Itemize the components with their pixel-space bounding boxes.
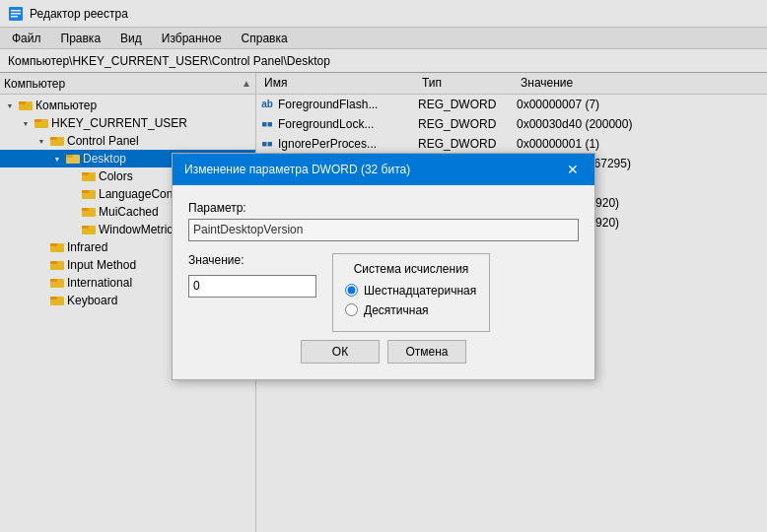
- radio-hex[interactable]: [345, 284, 358, 297]
- dialog-body: Параметр: Значение: Система исчисления Ш…: [173, 185, 594, 379]
- radio-dec[interactable]: [345, 303, 358, 316]
- dialog-buttons: ОК Отмена: [188, 332, 579, 367]
- radio-hex-row[interactable]: Шестнадцатеричная: [345, 284, 477, 298]
- dialog-title-bar: Изменение параметра DWORD (32 бита) ✕: [173, 154, 594, 185]
- value-section: Значение:: [188, 253, 316, 298]
- ok-button[interactable]: ОК: [301, 340, 380, 364]
- radio-dec-row[interactable]: Десятичная: [345, 303, 477, 317]
- dialog-title: Изменение параметра DWORD (32 бита): [184, 163, 410, 176]
- value-input[interactable]: [188, 275, 316, 298]
- numbase-title: Система исчисления: [345, 262, 477, 276]
- dialog-close-button[interactable]: ✕: [563, 160, 583, 179]
- value-label: Значение:: [188, 253, 316, 267]
- param-input[interactable]: [188, 219, 579, 241]
- dialog-dword-edit: Изменение параметра DWORD (32 бита) ✕ Па…: [172, 153, 595, 380]
- radio-hex-label: Шестнадцатеричная: [364, 284, 476, 298]
- dialog-value-numbase-row: Значение: Система исчисления Шестнадцате…: [188, 253, 579, 332]
- dialog-overlay: Изменение параметра DWORD (32 бита) ✕ Па…: [0, 0, 767, 532]
- numbase-section: Система исчисления Шестнадцатеричная Дес…: [332, 253, 490, 332]
- cancel-button[interactable]: Отмена: [387, 340, 466, 364]
- param-label: Параметр:: [188, 201, 579, 215]
- radio-dec-label: Десятичная: [364, 303, 429, 317]
